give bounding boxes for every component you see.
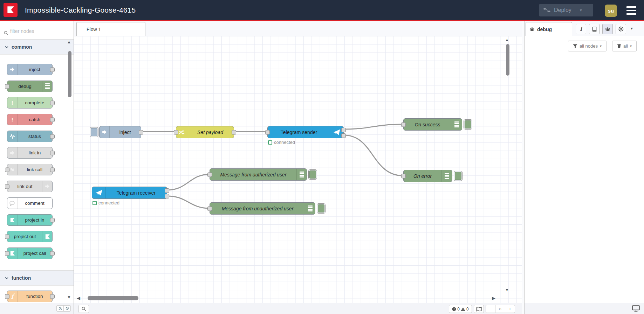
palette-category-function[interactable]: function [0, 270, 74, 286]
palette-node-link-out[interactable]: link out [7, 181, 53, 192]
output-port[interactable] [139, 130, 143, 134]
caret-down-icon: ▾ [630, 44, 632, 48]
output-port-2[interactable] [341, 133, 346, 138]
debug-filter-button[interactable]: all nodes ▾ [568, 41, 607, 51]
palette-node-link-in[interactable]: link in [7, 147, 53, 159]
palette-node-project-call[interactable]: project call [7, 247, 53, 259]
canvas-hscrollbar-thumb[interactable] [88, 296, 138, 300]
input-port[interactable] [207, 172, 212, 177]
info-sidebar-button[interactable]: i [576, 24, 586, 34]
canvas-scroll-right-icon[interactable]: ▶ [492, 296, 495, 300]
inject-arrow-icon [7, 64, 18, 75]
canvas-search-button[interactable] [78, 305, 89, 313]
canvas-vscrollbar-thumb[interactable] [506, 44, 509, 76]
palette-node-debug[interactable]: debug [7, 81, 53, 92]
config-sidebar-button[interactable] [616, 24, 626, 34]
book-icon [592, 27, 597, 32]
debug-lines-icon [441, 170, 452, 182]
sidebar-options-caret[interactable]: ▾ [631, 26, 633, 31]
debug-toggle-button[interactable] [308, 169, 317, 180]
palette-category-common[interactable]: common [0, 39, 74, 55]
input-port[interactable] [401, 174, 406, 178]
input-port[interactable] [265, 130, 270, 134]
debug-toggle-button[interactable] [317, 203, 326, 214]
input-port [5, 84, 9, 89]
double-chevron-down-icon [66, 307, 69, 310]
flow-node-msg-authorized[interactable]: Message from autherized user [210, 168, 307, 181]
debug-toggle-button[interactable] [454, 171, 463, 181]
deploy-button[interactable]: Deploy ▾ [539, 4, 593, 16]
debug-sidebar-button[interactable] [602, 24, 613, 34]
output-port-2[interactable] [165, 194, 169, 198]
palette-node-status[interactable]: status [7, 131, 53, 142]
flowfuse-logo-icon [6, 5, 15, 14]
monitor-icon [632, 305, 640, 312]
trash-icon [617, 44, 621, 48]
telegram-icon [92, 187, 106, 198]
flow-node-on-error[interactable]: On error [403, 170, 452, 182]
input-port [5, 251, 9, 256]
help-sidebar-button[interactable] [589, 24, 600, 34]
palette-node-comment[interactable]: comment [7, 197, 53, 209]
zoom-reset-button[interactable]: ○ [495, 305, 505, 313]
output-port-1[interactable] [341, 128, 346, 132]
output-port [50, 294, 55, 299]
tab-flow-1[interactable]: Flow 1 [76, 22, 145, 36]
input-port[interactable] [207, 206, 212, 211]
tab-debug[interactable]: debug [526, 22, 572, 36]
waveform-icon [7, 131, 18, 142]
palette-node-project-out[interactable]: project out [7, 231, 53, 242]
flow-issues-indicator[interactable]: 0 0 [449, 305, 472, 313]
input-port[interactable] [401, 122, 406, 127]
flow-node-msg-unauthorized[interactable]: Message from unautherized user [210, 202, 315, 215]
map-icon [476, 307, 482, 312]
flowfuse-logo[interactable] [4, 3, 18, 17]
palette-node-complete[interactable]: ! complete [7, 97, 53, 109]
instance-title: Impossible-Cackling-Goose-4615 [25, 0, 136, 20]
main-menu-button[interactable] [626, 6, 636, 15]
deploy-options-caret[interactable]: ▾ [576, 8, 586, 13]
palette-node-inject[interactable]: inject [7, 64, 53, 75]
error-count: 0 [457, 307, 460, 312]
palette-scroll-up-icon[interactable]: ▲ [67, 40, 71, 44]
exclamation-icon: ! [7, 114, 18, 125]
palette-scrollbar-thumb[interactable] [68, 51, 71, 97]
output-port [50, 67, 55, 72]
sidebar-splitter[interactable] [522, 21, 525, 314]
link-arrow-icon [7, 147, 18, 158]
debug-toggle-button[interactable] [464, 119, 472, 130]
palette-node-project-in[interactable]: project in [7, 214, 53, 226]
open-sidebar-window-button[interactable] [632, 305, 640, 313]
flow-node-telegram-sender[interactable]: Telegram sender [267, 126, 344, 138]
zoom-out-button[interactable]: − [486, 305, 495, 313]
flowfuse-icon [7, 215, 18, 225]
canvas-scroll-left-icon[interactable]: ◀ [77, 296, 80, 300]
palette-node-catch[interactable]: ! catch [7, 114, 53, 125]
palette-node-function[interactable]: f function [7, 291, 53, 302]
output-port-1[interactable] [165, 188, 169, 193]
user-avatar[interactable]: su [605, 5, 617, 17]
output-port[interactable] [232, 130, 236, 134]
output-port [50, 100, 55, 105]
canvas-scroll-up-icon[interactable]: ▲ [505, 38, 509, 42]
inject-button[interactable] [90, 127, 98, 137]
caret-down-icon: ▾ [600, 44, 602, 48]
debug-clear-button[interactable]: all ▾ [612, 41, 637, 51]
comment-bubble-icon [7, 198, 18, 209]
collapse-categories-button[interactable] [56, 305, 64, 312]
flow-node-set-payload[interactable]: Set payload [176, 126, 234, 138]
flow-node-telegram-receiver[interactable]: Telegram receiver [92, 187, 167, 199]
filter-nodes-input[interactable] [9, 28, 63, 34]
footer-bar: 0 0 − ○ + [0, 303, 644, 314]
flow-node-inject[interactable]: inject [99, 126, 141, 138]
palette-scroll-down-icon[interactable]: ▼ [67, 295, 71, 299]
expand-categories-button[interactable] [63, 305, 71, 312]
flow-node-on-success[interactable]: On success [403, 118, 462, 131]
debug-lines-icon [305, 203, 315, 214]
input-port[interactable] [174, 130, 178, 134]
deploy-icon [543, 8, 550, 13]
canvas-scroll-down-icon[interactable]: ▼ [505, 288, 509, 292]
palette-node-link-call[interactable]: link call [7, 164, 53, 175]
navigator-button[interactable] [474, 305, 484, 313]
zoom-in-button[interactable]: + [505, 305, 515, 313]
